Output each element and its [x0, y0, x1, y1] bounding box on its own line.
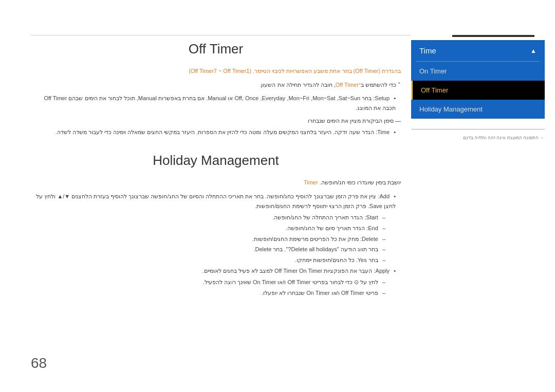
yes-sub: בחר Yes. כל החגים/חופשות יימחקו. — [31, 255, 401, 265]
add-bullet: Add: ציין את פרק הזמן שברצונך להוסיף כחג… — [31, 192, 401, 211]
end-sub: End: הגדר תאריך סיום של החג/חופשה. — [31, 223, 401, 233]
holiday-label: Holiday Management — [419, 105, 483, 113]
off-timer-intro2: ˅ כדי להשתמש ב־Off Timer, חובה להגדיר תח… — [31, 80, 401, 90]
setup-bullet: Setup: בחר Off, Once ,Everyday ,Mon~Fri … — [31, 94, 401, 113]
note-line: — סימן הביקורת מציין את הימים שנבחרו — [31, 116, 401, 126]
off-timer-intro1: בהגדרת (Off Timer) בחר אחת משבע האפשרויו… — [31, 66, 401, 76]
delete-sub: Delete: מחק את כל הפריטים מרשימת החגים/ח… — [31, 234, 401, 244]
panel-note: ← התמונה המוצגת אינה זהה ותלויה בדגם — [411, 135, 545, 142]
off-timer-check-icon: ˅ — [398, 82, 401, 88]
holiday-title: Holiday Management — [31, 153, 401, 169]
panel-divider — [411, 129, 545, 129]
menu-container: Time ▲ On Timer Off Timer Holiday Manage… — [411, 40, 545, 119]
panel-top-bar — [452, 35, 534, 37]
off-timer-intro1-orange: בהגדרת (Off Timer) בחר אחת משבע האפשרויו… — [189, 68, 401, 74]
sidebar-item-off-timer[interactable]: Off Timer — [411, 81, 545, 100]
apply-bullet: Apply: העבר את הפונקציות Off Timer On Ti… — [31, 266, 401, 276]
menu-title: Time — [419, 46, 436, 55]
off-timer-section: Off Timer בהגדרת (Off Timer) בחר אחת משב… — [31, 41, 401, 137]
off-timer-title: Off Timer — [31, 41, 401, 57]
start-sub: Start: הגדר תאריך ההתחלה של החג/חופשה. — [31, 213, 401, 222]
menu-header: Time ▲ — [411, 40, 545, 61]
apply-sub2: פריטי Off Timer ו/או On Timer שנבחרו לא … — [31, 288, 401, 298]
main-content: Off Timer בהגדרת (Off Timer) בחר אחת משב… — [31, 41, 401, 371]
holiday-section: Holiday Management יושבת בימין שיוגדרו כ… — [31, 153, 401, 298]
right-panel: Time ▲ On Timer Off Timer Holiday Manage… — [411, 35, 545, 142]
sidebar-item-holiday[interactable]: Holiday Management — [411, 100, 545, 119]
apply-sub1: לחץ על ⊙ כדי לבחור בפריטי Off Timer ו/או… — [31, 277, 401, 287]
holiday-intro: יושבת בימין שיוגדרו כימי חג/חופשה. Timer — [31, 178, 401, 188]
time-bullet: Time: הגדר שעה זדקה. היעזר בלחצני המקשים… — [31, 127, 401, 137]
chevron-up-icon: ▲ — [530, 47, 536, 54]
top-divider — [31, 35, 411, 35]
on-timer-label: On Timer — [419, 67, 447, 75]
delete-all-sub: בחר תווג הודעה "Delete all holidays?". ב… — [31, 245, 401, 254]
off-timer-label: Off Timer — [421, 86, 448, 94]
sidebar-item-on-timer[interactable]: On Timer — [411, 62, 545, 81]
